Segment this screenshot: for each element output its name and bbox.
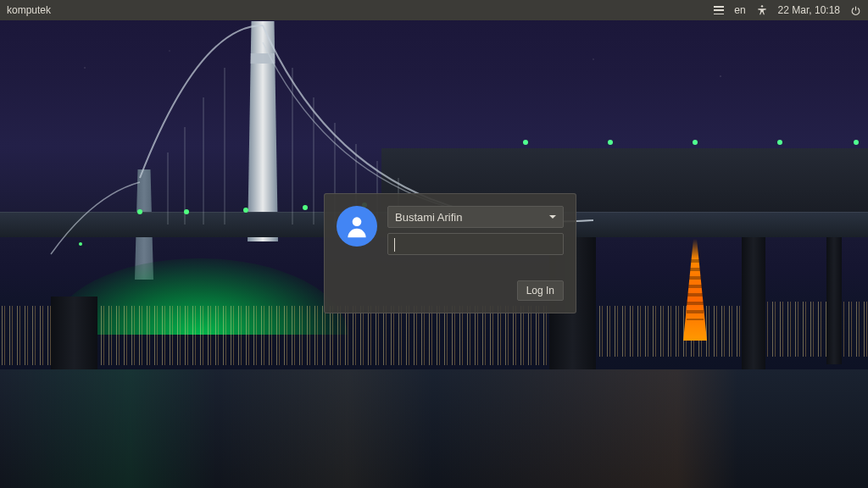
accessibility-indicator[interactable] <box>756 4 768 16</box>
svg-point-17 <box>608 140 613 145</box>
password-field[interactable] <box>387 233 564 255</box>
svg-point-21 <box>760 5 762 7</box>
login-dialog: Bustami Arifin Log In <box>324 193 576 313</box>
svg-point-20 <box>854 140 859 145</box>
top-panel: komputek en 22 Mar, 10:18 <box>0 0 868 20</box>
selected-username: Bustami Arifin <box>395 211 462 224</box>
hostname-label: komputek <box>7 4 51 16</box>
svg-point-11 <box>184 209 189 214</box>
svg-point-22 <box>353 217 362 226</box>
svg-point-16 <box>523 140 528 145</box>
menu-indicator[interactable] <box>714 6 724 14</box>
svg-point-13 <box>303 205 308 210</box>
login-button[interactable]: Log In <box>517 280 564 301</box>
clock-indicator[interactable]: 22 Mar, 10:18 <box>778 4 840 16</box>
power-indicator[interactable] <box>850 5 861 16</box>
user-avatar <box>337 206 377 247</box>
svg-point-12 <box>243 208 248 213</box>
person-icon <box>343 213 370 240</box>
svg-point-19 <box>777 140 782 145</box>
chevron-down-icon <box>549 215 556 219</box>
svg-point-10 <box>137 209 142 214</box>
hamburger-icon <box>714 6 724 14</box>
language-indicator[interactable]: en <box>734 4 745 16</box>
user-selector[interactable]: Bustami Arifin <box>387 206 564 228</box>
svg-point-15 <box>79 242 82 246</box>
svg-point-18 <box>693 140 698 145</box>
power-icon <box>850 5 861 16</box>
accessibility-icon <box>756 4 768 16</box>
